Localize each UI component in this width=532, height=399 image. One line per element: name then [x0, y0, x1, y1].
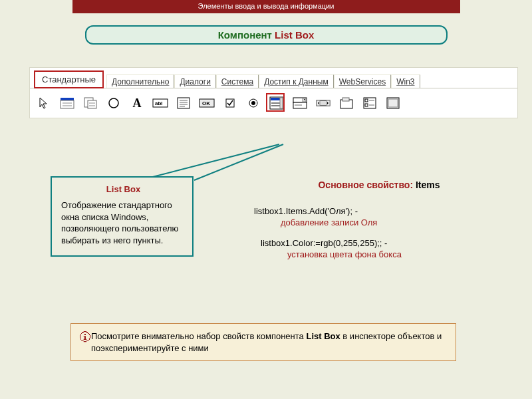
svg-point-20	[251, 101, 255, 105]
svg-text:OK: OK	[202, 100, 210, 106]
edit-icon[interactable]: abI	[152, 94, 169, 112]
properties-text: Основное свойство: Items listbox1.Items.…	[246, 180, 512, 270]
svg-line-42	[140, 144, 279, 180]
code-example-1: listbox1.Items.Add('Оля'); - добавление …	[254, 206, 512, 229]
slide-title: Компонент List Box	[85, 25, 448, 45]
memo-icon[interactable]	[175, 94, 192, 112]
code1-desc: добавление записи Оля	[254, 217, 512, 229]
title-accent: List Box	[275, 29, 314, 41]
main-property-label: Основное свойство:	[318, 180, 413, 190]
component-palette: Стандартные Дополнительно Диалоги Систем…	[29, 67, 518, 118]
svg-text:abI: abI	[155, 100, 163, 106]
cursor-icon[interactable]	[35, 94, 53, 112]
scrollbar-icon[interactable]	[315, 94, 332, 112]
info-callout: List Box Отображение стандартного окна с…	[51, 176, 194, 257]
font-icon[interactable]: A	[128, 94, 146, 112]
radio-icon[interactable]	[245, 94, 262, 112]
checklist-icon[interactable]	[361, 94, 378, 112]
code-example-2: listbox1.Color:=rgb(0,255,255);; - устан…	[261, 238, 512, 261]
palette-tabs: Стандартные Дополнительно Диалоги Систем…	[30, 68, 517, 88]
tab-dialogs[interactable]: Диалоги	[174, 74, 215, 88]
tab-standard[interactable]: Стандартные	[34, 70, 104, 88]
groupbox-icon[interactable]	[338, 94, 355, 112]
mainmenu-icon[interactable]	[59, 94, 76, 112]
code2-code: listbox1.Color:=rgb(0,255,255);; -	[261, 238, 387, 248]
tip-bullet-icon: 🛈	[79, 329, 91, 345]
code1-code: listbox1.Items.Add('Оля'); -	[254, 206, 358, 216]
svg-rect-5	[88, 100, 96, 108]
main-property-name: Items	[413, 180, 440, 190]
panel-icon[interactable]	[384, 94, 402, 112]
svg-rect-18	[226, 99, 234, 107]
listbox-icon[interactable]	[268, 94, 285, 112]
slide-header: Элементы ввода и вывода информации	[72, 0, 460, 13]
palette-icons: A abI OK	[30, 88, 517, 118]
code2-desc: установка цвета фона бокса	[261, 249, 512, 261]
svg-rect-22	[271, 98, 280, 100]
svg-rect-11	[178, 98, 190, 108]
title-prefix: Компонент	[218, 29, 275, 41]
label-icon[interactable]	[105, 94, 122, 112]
popupmenu-icon[interactable]	[82, 94, 99, 112]
svg-rect-0	[61, 98, 74, 100]
svg-rect-1	[61, 100, 74, 108]
tip-box: 🛈 Посмотрите внимательно набор свойств к…	[70, 323, 456, 361]
svg-line-43	[194, 144, 283, 180]
tab-dataaccess[interactable]: Достип к Данным	[259, 74, 333, 88]
tab-win3[interactable]: Win3	[391, 74, 420, 88]
tip-bold: List Box	[306, 331, 340, 341]
svg-rect-25	[280, 98, 283, 108]
tab-system[interactable]: Система	[216, 74, 259, 88]
combobox-icon[interactable]	[291, 94, 309, 112]
tab-webservices[interactable]: WebServices	[334, 74, 391, 88]
info-heading: List Box	[61, 184, 186, 194]
button-icon[interactable]: OK	[198, 94, 215, 112]
checkbox-icon[interactable]	[221, 94, 239, 112]
svg-point-8	[109, 98, 118, 108]
main-property-line: Основное свойство: Items	[246, 180, 512, 190]
svg-rect-29	[303, 98, 306, 102]
tab-additional[interactable]: Дополнительно	[106, 74, 174, 88]
info-body: Отображение стандартного окна списка Win…	[61, 200, 186, 246]
tip-text-1: Посмотрите внимательно набор свойств ком…	[91, 331, 306, 341]
svg-rect-34	[342, 98, 349, 101]
